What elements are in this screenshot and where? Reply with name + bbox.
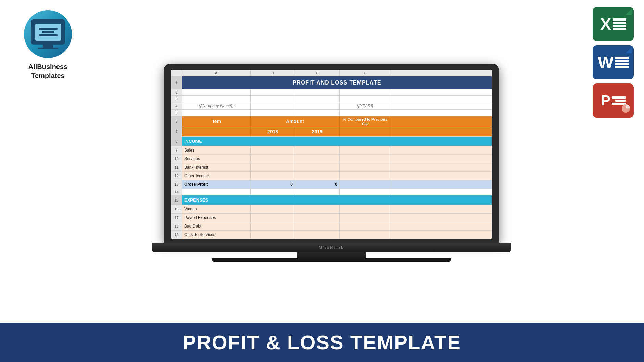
- excel-letter: X: [600, 15, 611, 34]
- row-13-grossprofit: 13 Gross Profit 0 0: [171, 180, 492, 189]
- item-header: Item: [182, 116, 251, 127]
- logo-circle: [24, 10, 72, 58]
- bottom-banner-text: PROFIT & LOSS TEMPLATE: [183, 331, 461, 354]
- col-c-header: C: [295, 70, 340, 76]
- row-9-sales: 9 Sales: [171, 146, 492, 155]
- year2-header: 2019: [295, 127, 340, 136]
- logo-laptop-icon: [31, 19, 65, 45]
- col-d-header: D: [340, 70, 391, 76]
- excel-icon: X: [593, 7, 634, 41]
- row-14-spacer: 14: [171, 189, 492, 195]
- col-a-header: A: [182, 70, 251, 76]
- col-header-row: A B C D: [171, 70, 492, 76]
- company-placeholder: {{Company Name}}: [182, 102, 251, 109]
- row-4: 4 {{Company Name}} {{YEAR}}: [171, 102, 492, 110]
- spreadsheet: A B C D 1 PROFIT AND LOSS TEMPLATE 2: [171, 70, 492, 239]
- laptop-container: A B C D 1 PROFIT AND LOSS TEMPLATE 2: [79, 7, 584, 319]
- payroll-label: Payroll Expenses: [182, 214, 251, 222]
- row-1-num: 1: [171, 76, 182, 89]
- corner-cell: [171, 70, 182, 76]
- spreadsheet-area: A B C D 1 PROFIT AND LOSS TEMPLATE 2: [171, 70, 492, 239]
- pct-header: % Compared to Previous Year: [340, 116, 391, 127]
- wages-label: Wages: [182, 205, 251, 213]
- laptop-base: MacBook: [152, 243, 511, 252]
- laptop-foot: [212, 258, 451, 262]
- powerpoint-icon: P: [593, 83, 634, 118]
- year-placeholder: {{YEAR}}: [340, 102, 391, 109]
- row-12-otherincome: 12 Other Income: [171, 172, 492, 180]
- year1-header: 2018: [251, 127, 295, 136]
- office-icons: X W P: [593, 7, 634, 118]
- row-16-wages: 16 Wages: [171, 205, 492, 214]
- row-10-services: 10 Services: [171, 155, 492, 163]
- spreadsheet-title: PROFIT AND LOSS TEMPLATE: [182, 76, 492, 89]
- services-label: Services: [182, 155, 251, 163]
- laptop-stand: [297, 252, 366, 258]
- logo-area: AllBusinessTemplates: [14, 10, 82, 80]
- expenses-label: EXPENSES: [182, 195, 492, 205]
- bad-debt-label: Bad Debt: [182, 222, 251, 230]
- row-18-baddebt: 18 Bad Debt: [171, 222, 492, 231]
- word-icon: W: [593, 45, 634, 79]
- row-17-payroll: 17 Payroll Expenses: [171, 214, 492, 222]
- bank-interest-label: Bank Interest: [182, 163, 251, 171]
- other-income-label: Other Income: [182, 172, 251, 180]
- word-letter: W: [598, 53, 613, 72]
- logo-text: AllBusinessTemplates: [28, 62, 67, 80]
- bottom-banner: PROFIT & LOSS TEMPLATE: [0, 323, 644, 362]
- row-5: 5: [171, 110, 492, 116]
- laptop-brand-text: MacBook: [318, 245, 344, 250]
- gross-profit-label: Gross Profit: [182, 180, 251, 189]
- outside-services-label: Outside Services: [182, 231, 251, 239]
- gross-profit-2018: 0: [251, 180, 295, 189]
- row-6-header: 6 Item Amount % Compared to Previous Yea…: [171, 116, 492, 127]
- row-8-income: 8 INCOME: [171, 137, 492, 146]
- col-b-header: B: [251, 70, 295, 76]
- row-7-years: 7 2018 2019: [171, 127, 492, 137]
- row-19-outside: 19 Outside Services: [171, 231, 492, 239]
- sales-label: Sales: [182, 146, 251, 154]
- income-label: INCOME: [182, 137, 492, 146]
- row-3: 3: [171, 96, 492, 102]
- row-2: 2: [171, 89, 492, 96]
- laptop-screen: A B C D 1 PROFIT AND LOSS TEMPLATE 2: [164, 64, 499, 243]
- powerpoint-letter: P: [601, 92, 610, 109]
- amount-header: Amount: [251, 116, 340, 127]
- title-row: 1 PROFIT AND LOSS TEMPLATE: [171, 76, 492, 89]
- gross-profit-2019: 0: [295, 180, 340, 189]
- row-11-bankinterest: 11 Bank Interest: [171, 163, 492, 172]
- row-15-expenses: 15 EXPENSES: [171, 195, 492, 205]
